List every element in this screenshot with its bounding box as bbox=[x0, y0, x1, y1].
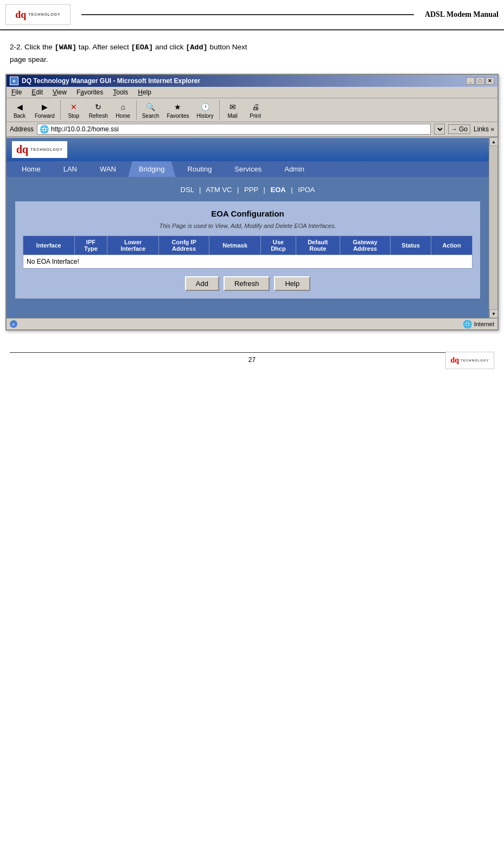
menu-help[interactable]: Help bbox=[136, 88, 153, 97]
doc-line1-prefix: 2-2. Click the bbox=[10, 43, 55, 51]
tab-home[interactable]: Home bbox=[11, 161, 52, 177]
menu-file[interactable]: File bbox=[10, 88, 23, 97]
links-button[interactable]: Links » bbox=[474, 125, 494, 133]
footer-logo-tech: TECHNOLOGY bbox=[461, 359, 489, 362]
menu-edit[interactable]: Edit bbox=[30, 88, 44, 97]
sub-navigation: DSL | ATM VC | PPP | EOA | IPOA bbox=[15, 186, 480, 194]
forward-icon: ▶ bbox=[39, 101, 50, 113]
help-button[interactable]: Help bbox=[274, 276, 310, 291]
page-number: 27 bbox=[248, 356, 256, 364]
browser-window: e DQ Technology Manager GUI - Microsoft … bbox=[5, 74, 499, 331]
mail-label: Mail bbox=[227, 113, 237, 119]
tab-lan[interactable]: LAN bbox=[53, 161, 88, 177]
col-status: Status bbox=[391, 236, 431, 255]
toolbar-home-button[interactable]: ⌂ Home bbox=[112, 100, 134, 120]
toolbar-mail-button[interactable]: ✉ Mail bbox=[222, 100, 244, 120]
back-icon: ◀ bbox=[14, 101, 25, 113]
subnav-ppp[interactable]: PPP bbox=[244, 186, 258, 194]
toolbar: ◀ Back ▶ Forward ✕ Stop ↻ Refresh ⌂ Home… bbox=[7, 98, 497, 122]
subnav-dsl[interactable]: DSL bbox=[181, 186, 194, 194]
manual-title: ADSL Modem Manual bbox=[425, 10, 499, 19]
history-icon: 🕐 bbox=[199, 101, 211, 113]
minimize-button[interactable]: _ bbox=[466, 77, 475, 85]
subnav-eoa[interactable]: EOA bbox=[271, 186, 286, 194]
status-globe-icon: 🌐 bbox=[463, 320, 472, 328]
toolbar-history-button[interactable]: 🕐 History bbox=[194, 100, 217, 120]
address-dropdown[interactable] bbox=[434, 124, 445, 135]
refresh-button[interactable]: Refresh bbox=[224, 276, 270, 291]
header-logo: dq TECHNOLOGY bbox=[5, 4, 71, 25]
add-button[interactable]: Add bbox=[185, 276, 219, 291]
titlebar-left: e DQ Technology Manager GUI - Microsoft … bbox=[10, 77, 200, 85]
page-footer: 27 dq TECHNOLOGY bbox=[10, 352, 494, 364]
browser-titlebar: e DQ Technology Manager GUI - Microsoft … bbox=[7, 75, 497, 87]
status-page-icon: e bbox=[10, 320, 17, 328]
refresh-icon: ↻ bbox=[92, 101, 104, 113]
col-use-dhcp: UseDhcp bbox=[260, 236, 296, 255]
page-content-title: EOA Configuration bbox=[23, 209, 473, 218]
scroll-down-arrow[interactable]: ▼ bbox=[489, 309, 498, 318]
go-button[interactable]: → Go bbox=[448, 124, 470, 134]
toolbar-search-button[interactable]: 🔍 Search bbox=[139, 100, 163, 120]
doc-line2: page spear. bbox=[10, 55, 48, 64]
search-label: Search bbox=[142, 113, 160, 119]
toolbar-favorites-button[interactable]: ★ Favorites bbox=[163, 100, 192, 120]
stop-label: Stop bbox=[68, 113, 79, 119]
tab-routing[interactable]: Routing bbox=[177, 161, 223, 177]
menu-favorites[interactable]: Favorites bbox=[75, 88, 105, 97]
subnav-ipoa[interactable]: IPOA bbox=[298, 186, 315, 194]
menu-view[interactable]: View bbox=[51, 88, 68, 97]
browser-icon: e bbox=[10, 77, 18, 85]
browser-main-content: dq TECHNOLOGY Home LAN WAN Bridging Rout… bbox=[7, 137, 497, 318]
status-left: e bbox=[10, 320, 20, 328]
search-icon: 🔍 bbox=[145, 101, 157, 113]
toolbar-back-button[interactable]: ◀ Back bbox=[9, 100, 30, 120]
footer-logo: dq TECHNOLOGY bbox=[445, 352, 494, 369]
favorites-icon: ★ bbox=[172, 101, 184, 113]
browser-statusbar: e 🌐 Internet bbox=[7, 318, 497, 329]
col-ipf-type: IPFType bbox=[74, 236, 107, 255]
toolbar-refresh-button[interactable]: ↻ Refresh bbox=[86, 100, 111, 120]
scroll-up-arrow[interactable]: ▲ bbox=[489, 137, 498, 146]
tab-services[interactable]: Services bbox=[224, 161, 272, 177]
app-logo-dq: dq bbox=[16, 143, 28, 156]
col-interface: Interface bbox=[23, 236, 75, 255]
col-gateway-address: GatewayAddress bbox=[340, 236, 391, 255]
toolbar-print-button[interactable]: 🖨 Print bbox=[245, 100, 266, 120]
doc-line1-mid1: tap. After select bbox=[76, 43, 131, 51]
status-right: 🌐 Internet bbox=[463, 320, 494, 328]
app-logo: dq TECHNOLOGY bbox=[12, 141, 67, 158]
go-label: Go bbox=[459, 125, 468, 133]
mail-icon: ✉ bbox=[227, 101, 239, 113]
vertical-scrollbar[interactable]: ▲ ▼ bbox=[489, 137, 497, 318]
close-button[interactable]: ✕ bbox=[486, 77, 494, 85]
toolbar-stop-button[interactable]: ✕ Stop bbox=[63, 100, 85, 120]
favorites-label: Favorites bbox=[167, 113, 189, 119]
maximize-button[interactable]: □ bbox=[476, 77, 484, 85]
forward-label: Forward bbox=[35, 113, 55, 119]
app-header: dq TECHNOLOGY bbox=[7, 138, 489, 161]
print-label: Print bbox=[250, 113, 261, 119]
doc-eoa-label: [EOA] bbox=[131, 43, 154, 52]
header-divider bbox=[81, 14, 414, 15]
col-lower-interface: LowerInterface bbox=[107, 236, 159, 255]
address-input[interactable]: 🌐 http://10.0.0.2/home.ssi bbox=[37, 124, 431, 135]
status-zone: Internet bbox=[474, 321, 494, 327]
subnav-sep4: | bbox=[291, 186, 292, 194]
logo-dq-text: dq bbox=[15, 9, 26, 21]
tab-admin[interactable]: Admin bbox=[273, 161, 315, 177]
back-label: Back bbox=[14, 113, 25, 119]
subnav-atmvc[interactable]: ATM VC bbox=[206, 186, 232, 194]
menu-tools[interactable]: Tools bbox=[111, 88, 130, 97]
tab-wan[interactable]: WAN bbox=[89, 161, 127, 177]
tab-bridging[interactable]: Bridging bbox=[128, 161, 176, 177]
toolbar-forward-button[interactable]: ▶ Forward bbox=[31, 100, 58, 120]
doc-wan-label: [WAN] bbox=[55, 43, 77, 52]
address-label: Address bbox=[10, 125, 34, 133]
titlebar-buttons[interactable]: _ □ ✕ bbox=[466, 77, 494, 85]
col-action: Action bbox=[431, 236, 473, 255]
scroll-track[interactable] bbox=[489, 146, 497, 309]
col-default-route: DefaultRoute bbox=[296, 236, 340, 255]
address-url: http://10.0.0.2/home.ssi bbox=[51, 125, 119, 133]
content-box: EOA Configuration This Page is used to V… bbox=[15, 201, 480, 299]
